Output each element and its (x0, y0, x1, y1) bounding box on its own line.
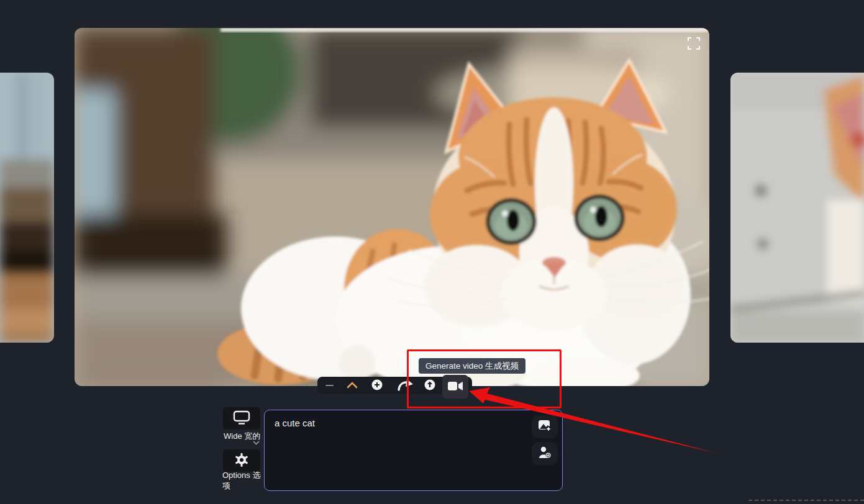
selection-dashed-line (748, 500, 864, 501)
cat-image (75, 28, 709, 386)
previous-image-thumbnail[interactable] (0, 73, 54, 343)
collapse-toolbar-button[interactable] (347, 380, 358, 391)
monitor-icon (233, 410, 250, 427)
prompt-input[interactable]: a cute cat (265, 410, 562, 490)
add-person-icon (538, 446, 552, 461)
fullscreen-button[interactable] (686, 36, 702, 52)
chevron-down-icon (253, 436, 260, 448)
aspect-ratio-button[interactable] (223, 407, 260, 430)
next-image-thumbnail[interactable] (730, 73, 864, 343)
zoom-in-button[interactable] (371, 380, 383, 391)
generated-image[interactable] (75, 28, 709, 386)
add-person-button[interactable] (532, 442, 558, 465)
app-background: Generate video 生成视频 Wide 宽的 Options 选项 (0, 0, 864, 504)
add-image-button[interactable] (532, 415, 558, 438)
fullscreen-icon (688, 42, 700, 52)
add-image-icon (538, 420, 552, 434)
zoom-out-button[interactable] (324, 380, 335, 391)
annotation-rectangle (407, 349, 562, 408)
prompt-box: a cute cat (264, 410, 563, 491)
chevron-up-icon (347, 381, 358, 390)
options-button[interactable] (223, 449, 260, 472)
minus-icon (325, 385, 334, 387)
next-image (730, 73, 864, 343)
options-label: Options 选项 (222, 470, 262, 492)
previous-image (0, 73, 54, 343)
plus-circle-icon (371, 379, 383, 392)
gear-icon (234, 452, 249, 469)
